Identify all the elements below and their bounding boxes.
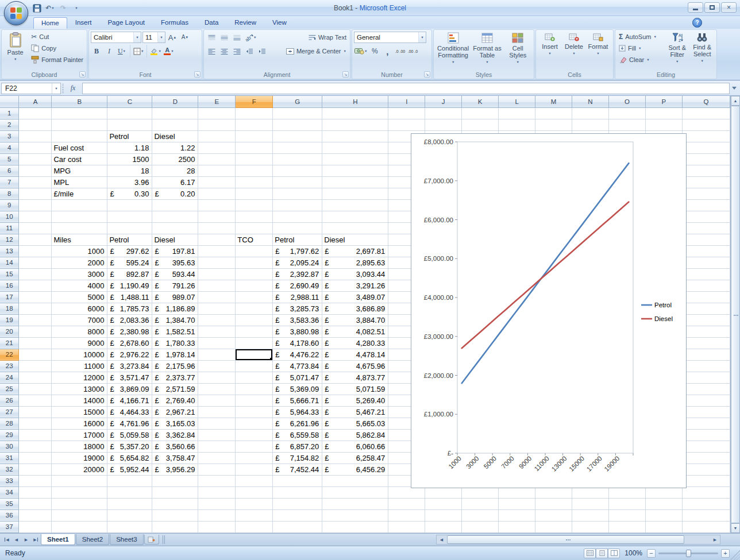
cell-E22[interactable]: [198, 349, 236, 360]
cell-D15[interactable]: £593.44: [152, 268, 198, 280]
cut-button[interactable]: ✂Cut: [29, 31, 85, 43]
cell-F8[interactable]: [236, 188, 273, 199]
cell-A18[interactable]: [19, 303, 52, 314]
cell-A28[interactable]: [19, 418, 52, 429]
cell-H26[interactable]: £5,269.40: [322, 395, 388, 406]
cell-C3[interactable]: Petrol: [107, 130, 152, 142]
previous-sheet-button[interactable]: ◀: [11, 535, 21, 544]
column-header-L[interactable]: L: [499, 96, 535, 107]
cell-E16[interactable]: [198, 280, 236, 291]
cell-F32[interactable]: [236, 464, 273, 475]
cell-Q36[interactable]: [682, 509, 730, 521]
cell-D14[interactable]: £395.63: [152, 257, 198, 268]
row-header-26[interactable]: 26: [0, 395, 19, 406]
cell-E31[interactable]: [198, 452, 236, 464]
office-button[interactable]: [4, 1, 28, 25]
cell-K37[interactable]: [462, 521, 499, 532]
cell-F12[interactable]: TCO: [236, 234, 273, 245]
cell-E29[interactable]: [198, 429, 236, 441]
cell-A27[interactable]: [19, 406, 52, 418]
cell-H8[interactable]: [322, 188, 388, 199]
cell-E18[interactable]: [198, 303, 236, 314]
cell-Q16[interactable]: [682, 280, 730, 291]
cell-H28[interactable]: £5,665.03: [322, 418, 388, 429]
row-header-35[interactable]: 35: [0, 498, 19, 509]
cell-L36[interactable]: [499, 509, 535, 521]
cell-B23[interactable]: 11000: [52, 360, 107, 372]
cell-Q6[interactable]: [682, 165, 730, 176]
clear-button[interactable]: Clear: [617, 54, 665, 65]
cell-Q8[interactable]: [682, 188, 730, 199]
cell-E1[interactable]: [198, 107, 236, 119]
cell-Q31[interactable]: [682, 452, 730, 464]
cell-E33[interactable]: [198, 475, 236, 486]
cell-A8[interactable]: [19, 188, 52, 199]
number-format-combo[interactable]: General: [354, 32, 426, 43]
column-header-N[interactable]: N: [572, 96, 609, 107]
italic-button[interactable]: I: [103, 45, 115, 57]
cell-A22[interactable]: [19, 349, 52, 360]
cell-G37[interactable]: [273, 521, 322, 532]
cell-B30[interactable]: 18000: [52, 441, 107, 452]
underline-button[interactable]: U: [116, 45, 128, 57]
cell-E6[interactable]: [198, 165, 236, 176]
cell-B12[interactable]: Miles: [52, 234, 107, 245]
cell-B17[interactable]: 5000: [52, 291, 107, 303]
cell-F7[interactable]: [236, 176, 273, 188]
tab-view[interactable]: View: [264, 17, 295, 29]
cell-G18[interactable]: £3,285.73: [273, 303, 322, 314]
cell-G12[interactable]: Petrol: [273, 234, 322, 245]
cell-B20[interactable]: 8000: [52, 326, 107, 337]
cell-D20[interactable]: £1,582.51: [152, 326, 198, 337]
cell-A37[interactable]: [19, 521, 52, 532]
cell-C28[interactable]: £4,761.96: [107, 418, 152, 429]
cell-D37[interactable]: [152, 521, 198, 532]
cell-H10[interactable]: [322, 211, 388, 222]
cell-Q1[interactable]: [682, 107, 730, 119]
tab-data[interactable]: Data: [196, 17, 226, 29]
cell-P36[interactable]: [645, 509, 682, 521]
cell-H36[interactable]: [322, 509, 388, 521]
qat-customize-button[interactable]: [71, 2, 82, 14]
cell-D21[interactable]: £1,780.33: [152, 337, 198, 349]
cell-F27[interactable]: [236, 406, 273, 418]
cell-F1[interactable]: [236, 107, 273, 119]
cell-D18[interactable]: £1,186.89: [152, 303, 198, 314]
cell-H9[interactable]: [322, 199, 388, 211]
cell-A6[interactable]: [19, 165, 52, 176]
column-header-P[interactable]: P: [645, 96, 682, 107]
cell-O36[interactable]: [608, 509, 645, 521]
column-header-A[interactable]: A: [19, 96, 52, 107]
cell-D4[interactable]: 1.22: [152, 142, 198, 153]
column-header-F[interactable]: F: [236, 96, 273, 107]
increase-indent-button[interactable]: [256, 45, 268, 57]
row-header-18[interactable]: 18: [0, 303, 19, 314]
tab-review[interactable]: Review: [226, 17, 264, 29]
cell-C36[interactable]: [107, 509, 152, 521]
scroll-left-button[interactable]: ◀: [437, 535, 446, 544]
horizontal-scroll-thumb[interactable]: [447, 535, 684, 544]
insert-cells-button[interactable]: Insert: [538, 31, 562, 59]
row-header-2[interactable]: 2: [0, 119, 19, 130]
cell-C27[interactable]: £4,464.33: [107, 406, 152, 418]
cell-E24[interactable]: [198, 372, 236, 383]
cell-B33[interactable]: [52, 475, 107, 486]
increase-decimal-button[interactable]: .0 .00: [394, 45, 406, 57]
cell-E5[interactable]: [198, 153, 236, 165]
cell-C29[interactable]: £5,059.58: [107, 429, 152, 441]
cell-G27[interactable]: £5,964.33: [273, 406, 322, 418]
cell-A29[interactable]: [19, 429, 52, 441]
cell-E21[interactable]: [198, 337, 236, 349]
cell-E13[interactable]: [198, 245, 236, 257]
cell-B11[interactable]: [52, 222, 107, 234]
cell-Q26[interactable]: [682, 395, 730, 406]
cell-G13[interactable]: £1,797.62: [273, 245, 322, 257]
cell-D9[interactable]: [152, 199, 198, 211]
name-box[interactable]: F22: [1, 83, 61, 94]
cell-C2[interactable]: [107, 119, 152, 130]
cell-G9[interactable]: [273, 199, 322, 211]
scroll-up-button[interactable]: ▲: [731, 96, 740, 106]
cell-E20[interactable]: [198, 326, 236, 337]
row-header-27[interactable]: 27: [0, 406, 19, 418]
cell-B24[interactable]: 12000: [52, 372, 107, 383]
